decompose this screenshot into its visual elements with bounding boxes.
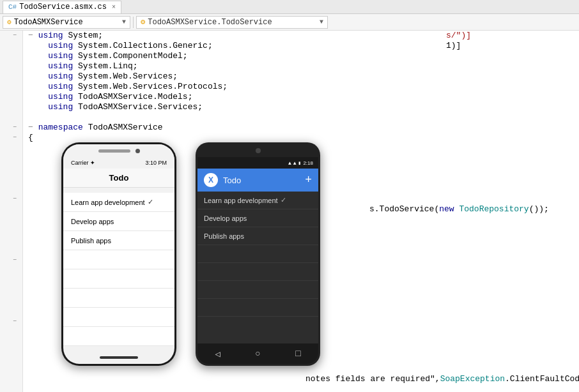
collapse-icon-1[interactable]: − (13, 32, 17, 39)
ios-camera-area (63, 144, 174, 157)
ios-list-item-8 (63, 327, 174, 346)
tab-label: TodoService.asmx.cs (19, 3, 107, 11)
android-app-letter: X (208, 176, 213, 185)
android-list-item-6 (197, 281, 318, 299)
code-line-10: − namespace TodoASMXService (28, 123, 579, 133)
android-statusbar: ▲ ▲ ▮ 2:18 (197, 157, 318, 169)
collapse-icon-2[interactable]: − (13, 124, 17, 131)
code-right-3: s.TodoService(new TodoRepository()); (369, 204, 574, 215)
ios-item-1-text: Learn app development (71, 199, 145, 206)
service-icon: ⚙ (7, 18, 12, 26)
code-line-11: { (28, 133, 579, 143)
nav-separator (133, 17, 134, 28)
android-app-icon: X (204, 173, 218, 187)
breadcrumb[interactable]: ⚙ TodoASMXService.TodoService ▼ (136, 16, 328, 29)
ios-camera (135, 149, 140, 153)
code-overlay-bottom: notes fields are required", SoapExceptio… (305, 374, 574, 384)
ios-phone: Carrier ✦ 3:10 PM Todo Learn app develop… (61, 142, 176, 366)
android-item-1-check: ✓ (281, 196, 286, 204)
breadcrumb-icon: ⚙ (141, 17, 145, 27)
android-home-button[interactable]: ○ (255, 349, 260, 359)
android-wifi-icon: ▲ (288, 160, 291, 166)
collapse-icon-5[interactable]: − (13, 257, 17, 264)
editor-gutter: − − − − − − (0, 31, 23, 392)
collapse-icon-6[interactable]: − (13, 318, 17, 325)
ios-statusbar: Carrier ✦ 3:10 PM (63, 157, 174, 169)
android-item-2-text: Develop apps (204, 215, 247, 222)
code-right-1: s/")] (446, 31, 574, 41)
nav-bar: ⚙ TodoASMXService ▼ ⚙ TodoASMXService.To… (0, 14, 579, 31)
file-tab[interactable]: C# TodoService.asmx.cs × (3, 1, 121, 13)
code-line-6: using System.Web.Services.Protocols; (28, 82, 579, 92)
android-title: Todo (223, 176, 305, 185)
ios-list-item-5 (63, 269, 174, 289)
android-add-button[interactable]: + (305, 174, 312, 186)
android-titlebar: X Todo + (197, 169, 318, 192)
android-time: 2:18 (303, 160, 313, 166)
ios-title: Todo (109, 173, 129, 183)
ios-carrier: Carrier ✦ (71, 160, 95, 166)
dropdown-arrow-icon: ▼ (122, 19, 126, 26)
code-line-3: using System.ComponentModel; (28, 51, 579, 61)
cs-file-icon: C# (8, 3, 17, 11)
android-item-3-text: Publish apps (204, 232, 244, 240)
android-phone-inner: ▲ ▲ ▮ 2:18 X Todo + Learn app (197, 144, 318, 364)
ios-time: 3:10 PM (145, 160, 167, 166)
breadcrumb-text: TodoASMXService.TodoService (148, 18, 272, 27)
code-editor[interactable]: − using System; using System.Collections… (23, 31, 579, 392)
ios-item-3-text: Publish apps (71, 237, 111, 245)
ios-phone-inner: Carrier ✦ 3:10 PM Todo Learn app develop… (63, 144, 174, 364)
tab-close-button[interactable]: × (112, 4, 116, 11)
code-line-7: using TodoASMXService.Models; (28, 92, 579, 102)
android-list-item-2: Develop apps (197, 209, 318, 227)
android-back-button[interactable]: ◁ (215, 349, 220, 359)
code-line-4: using System.Linq; (28, 61, 579, 72)
android-signal-icon: ▲ (293, 160, 297, 166)
ios-speaker (98, 149, 130, 153)
code-line-8: using TodoASMXService.Services; (28, 102, 579, 112)
code-overlay-middle: s.TodoService(new TodoRepository()); (369, 204, 574, 215)
ios-list: Learn app development ✓ Develop apps Pub… (63, 193, 174, 346)
phones-area: Carrier ✦ 3:10 PM Todo Learn app develop… (61, 142, 320, 366)
android-phone: ▲ ▲ ▮ 2:18 X Todo + Learn app (196, 142, 320, 366)
ios-list-item-6 (63, 289, 174, 308)
android-list-item-3: Publish apps (197, 227, 318, 245)
code-line-5: using System.Web.Services; (28, 72, 579, 82)
android-camera-area (197, 144, 318, 157)
android-item-1-text: Learn app development (204, 197, 278, 204)
android-list-item-4 (197, 245, 318, 263)
android-list-item-5 (197, 263, 318, 281)
ios-list-item-2: Develop apps (63, 212, 174, 231)
android-camera (256, 148, 261, 153)
code-overlay-right: s/")] 1)] (446, 31, 574, 51)
ios-list-item-7 (63, 308, 174, 327)
ios-list-item-4 (63, 250, 174, 269)
service-label: TodoASMXService (14, 18, 83, 27)
title-bar: C# TodoService.asmx.cs × (0, 0, 579, 14)
android-navbar: ◁ ○ □ (197, 343, 318, 364)
code-right-2: 1)] (446, 41, 574, 51)
android-recent-button[interactable]: □ (295, 349, 300, 359)
editor: − − − − − − − using System; using System… (0, 31, 579, 392)
service-dropdown[interactable]: ⚙ TodoASMXService ▼ (3, 16, 130, 29)
android-list-item-1: Learn app development ✓ (197, 192, 318, 209)
android-list-item-7 (197, 299, 318, 317)
ios-list-item-3: Publish apps (63, 231, 174, 250)
ios-item-1-check: ✓ (148, 198, 153, 206)
code-line-9 (28, 112, 579, 123)
ios-item-2-text: Develop apps (71, 218, 114, 225)
ios-list-item-1: Learn app development ✓ (63, 193, 174, 212)
ios-titlebar: Todo (63, 169, 174, 188)
ios-home-indicator (100, 356, 138, 359)
collapse-icon-4[interactable]: − (13, 195, 17, 202)
collapse-icon-3[interactable]: − (13, 134, 17, 141)
code-right-4: notes fields are required", SoapExceptio… (305, 374, 574, 384)
breadcrumb-arrow-icon: ▼ (320, 19, 323, 26)
android-battery-icon: ▮ (298, 160, 302, 166)
android-list: Learn app development ✓ Develop apps Pub… (197, 192, 318, 343)
